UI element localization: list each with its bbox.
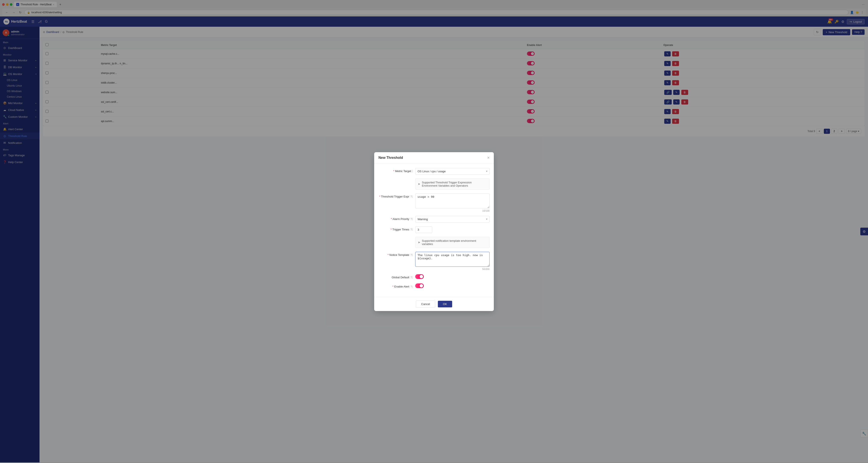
threshold-expr-textarea[interactable]: usage > 90 [415, 194, 490, 208]
notice-hint-box[interactable]: ▶ Supported notification template enviro… [415, 237, 490, 248]
notice-template-control: The linux cpu usage is too high. now is … [415, 252, 490, 270]
alarm-priority-select-wrapper: Emergency Critical Warning Info [415, 216, 490, 223]
modal-footer: Cancel OK [374, 297, 494, 311]
form-row-hint-box: ▶ Supported Threshold Trigger Expression… [378, 178, 490, 190]
alarm-priority-select[interactable]: Emergency Critical Warning Info [415, 216, 490, 223]
metric-target-control: OS Linux / cpu / usage [415, 168, 490, 175]
global-default-toggle[interactable] [415, 274, 424, 279]
form-row-notice-hint: ▶ Supported notification template enviro… [378, 237, 490, 248]
notice-hint-control: ▶ Supported notification template enviro… [415, 237, 490, 248]
alarm-priority-label: Alarm Priority ?: [378, 216, 413, 221]
enable-alert-toggle[interactable] [415, 284, 424, 288]
form-row-trigger-times: Trigger Times ?: [378, 226, 490, 233]
notice-hint-trigger[interactable]: ▶ Supported notification template enviro… [418, 239, 486, 245]
new-threshold-modal: New Threshold × Metric Target : OS Linux… [374, 152, 494, 311]
form-row-threshold-expr: Threshold Trigger Expr ?: usage > 90 10/… [378, 194, 490, 212]
ok-button[interactable]: OK [438, 301, 452, 308]
global-default-label: Global Default ?: [378, 274, 413, 279]
trigger-times-help-icon[interactable]: ? [410, 228, 412, 231]
modal-overlay: New Threshold × Metric Target : OS Linux… [0, 0, 868, 462]
metric-target-select[interactable]: OS Linux / cpu / usage [415, 168, 490, 175]
trigger-times-input[interactable] [415, 226, 432, 233]
modal-close-btn[interactable]: × [487, 155, 490, 160]
hint-control: ▶ Supported Threshold Trigger Expression… [415, 178, 490, 190]
hint-box-trigger[interactable]: ▶ Supported Threshold Trigger Expression… [418, 181, 486, 187]
form-row-enable-alert: Enable Alert ?: [378, 284, 490, 289]
cancel-button[interactable]: Cancel [416, 300, 435, 308]
threshold-hint-box[interactable]: ▶ Supported Threshold Trigger Expression… [415, 178, 490, 190]
threshold-expr-label: Threshold Trigger Expr ?: [378, 194, 413, 198]
notice-template-char-count: 50/200 [415, 268, 490, 270]
global-default-control [415, 274, 490, 280]
notice-template-help-icon[interactable]: ? [410, 254, 412, 257]
threshold-expr-help-icon[interactable]: ? [410, 195, 412, 198]
notice-hint-chevron-icon: ▶ [418, 241, 420, 244]
metric-target-label: Metric Target : [378, 168, 413, 173]
modal-title: New Threshold [378, 156, 403, 160]
modal-body: Metric Target : OS Linux / cpu / usage ▶ [374, 164, 494, 297]
notice-template-textarea[interactable]: The linux cpu usage is too high. now is … [415, 252, 490, 267]
form-row-global-default: Global Default ?: [378, 274, 490, 280]
form-row-metric-target: Metric Target : OS Linux / cpu / usage [378, 168, 490, 175]
alarm-priority-control: Emergency Critical Warning Info [415, 216, 490, 223]
enable-alert-control [415, 284, 490, 289]
form-row-alarm-priority: Alarm Priority ?: Emergency Critical War… [378, 216, 490, 223]
enable-alert-help-icon[interactable]: ? [410, 285, 412, 288]
form-row-notice-template: Notice Template ?: The linux cpu usage i… [378, 252, 490, 270]
notice-hint-text: Supported notification template environm… [422, 239, 486, 245]
hint-chevron-icon: ▶ [418, 182, 420, 185]
threshold-expr-char-count: 10/100 [415, 209, 490, 212]
metric-target-select-wrapper: OS Linux / cpu / usage [415, 168, 490, 175]
trigger-times-label: Trigger Times ?: [378, 226, 413, 231]
global-default-help-icon[interactable]: ? [410, 276, 412, 279]
alarm-priority-help-icon[interactable]: ? [410, 218, 412, 221]
enable-alert-label: Enable Alert ?: [378, 284, 413, 288]
hint-box-text: Supported Threshold Trigger Expression E… [422, 181, 486, 187]
notice-template-label: Notice Template ?: [378, 252, 413, 257]
threshold-expr-control: usage > 90 10/100 [415, 194, 490, 212]
trigger-times-control [415, 226, 490, 233]
modal-header: New Threshold × [374, 152, 494, 164]
